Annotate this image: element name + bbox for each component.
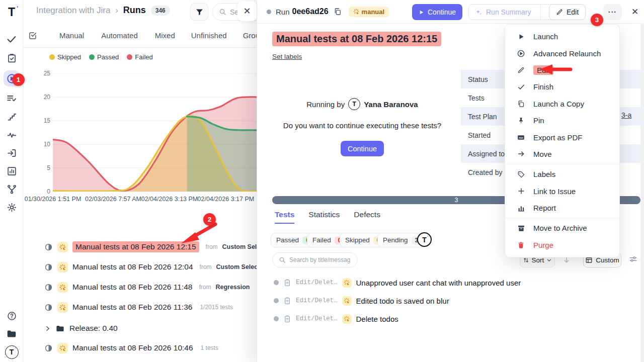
- test-list-item[interactable]: Edit/Delet… Unapproved user cant chat wi…: [274, 276, 521, 290]
- run-list-item[interactable]: Manual tests at 08 Feb 2026 12:15 from C…: [23, 239, 257, 255]
- test-title: Delete todos: [356, 315, 398, 323]
- y-tick-label: 10: [44, 141, 50, 148]
- test-list-item[interactable]: Edit/Delet… Delete todos: [274, 312, 398, 326]
- sidebar-item-analytics[interactable]: [4, 163, 20, 179]
- menu-item-finish[interactable]: Finish: [505, 78, 619, 95]
- menu-label: Export as PDF: [533, 133, 583, 142]
- tab-automated[interactable]: Automated: [96, 31, 143, 40]
- run-list-item[interactable]: Manual tests at 08 Feb 2026 12:04 from C…: [23, 259, 257, 275]
- app-logo[interactable]: T': [4, 4, 20, 20]
- test-list-item[interactable]: Edit/Delet… Edited todo is saved on blur: [274, 294, 449, 308]
- run-source: Custom Selection: [216, 263, 257, 270]
- archive-icon: [517, 224, 525, 232]
- clipboard-check-icon: [7, 53, 17, 63]
- tab-manual[interactable]: Manual: [54, 31, 89, 40]
- tab-unfinished[interactable]: Unfinished: [186, 31, 232, 40]
- continue-prompt-button[interactable]: Continue: [341, 141, 384, 156]
- chart-x-axis: 01/30/2026 1:51 PM02/03/2026 7:57 AM02/0…: [53, 196, 257, 206]
- run-filter-tabs: Manual Automated Mixed Unfinished Groups: [23, 24, 257, 48]
- y-tick-label: 5: [47, 164, 50, 171]
- menu-item-labels[interactable]: Labels: [505, 166, 619, 183]
- run-list-item[interactable]: Manual tests at 08 Feb 2026 11:48 from R…: [23, 279, 257, 295]
- test-status-dot: [274, 280, 279, 285]
- tab-mixed[interactable]: Mixed: [150, 31, 180, 40]
- menu-item-move[interactable]: Move: [505, 146, 619, 162]
- run-title: Manual tests at 08 Feb 2026 11:48: [72, 283, 192, 292]
- menu-item-purge[interactable]: Purge: [505, 237, 619, 253]
- panel-scrollbar-track[interactable]: [640, 24, 644, 362]
- menu-item-move-to-archive[interactable]: Move to Archive: [505, 220, 619, 236]
- spark-icon: [59, 264, 66, 270]
- set-labels-link[interactable]: Set labels: [272, 53, 302, 60]
- legend-item-passed[interactable]: Passed: [89, 53, 119, 61]
- menu-item-link-to-issue[interactable]: Link to Issue: [505, 183, 619, 200]
- annotation-step-2: 2: [203, 213, 216, 226]
- trash-icon: [517, 241, 525, 249]
- select-runs-icon-tab[interactable]: [23, 31, 42, 40]
- sidebar-item-milestones[interactable]: [4, 181, 20, 197]
- menu-item-launch[interactable]: Launch: [505, 28, 619, 45]
- sidebar-item-tests[interactable]: [4, 31, 20, 47]
- folder-icon: [6, 328, 17, 339]
- assignee-filter-avatar[interactable]: T': [417, 232, 432, 247]
- edit-button[interactable]: Edit: [549, 4, 586, 20]
- legend-dot-icon: [49, 54, 55, 60]
- legend-label: Passed: [97, 53, 119, 61]
- tab-tests[interactable]: Tests: [275, 210, 294, 224]
- svg-text:PDF: PDF: [519, 136, 523, 139]
- run-group-folder[interactable]: Release: 0.40: [23, 320, 257, 336]
- tab-groups[interactable]: Groups: [238, 31, 257, 40]
- test-suite-path: Edit/Delet…: [296, 315, 338, 322]
- more-actions-button[interactable]: ···: [603, 4, 622, 20]
- run-actions-menu: Launch Advanced Relaunch Edit Finish Lau…: [505, 24, 620, 257]
- run-summary-button[interactable]: Run Summary: [469, 8, 537, 16]
- menu-label: Launch a Copy: [533, 100, 584, 108]
- x-tick-label: 02/04/2026 3:17 PM: [198, 196, 255, 203]
- sidebar-item-suites[interactable]: [4, 90, 20, 107]
- copy-run-id-button[interactable]: [334, 8, 342, 16]
- breadcrumb-project[interactable]: Integration with Jira: [36, 6, 110, 16]
- run-source: Regression: [215, 284, 250, 291]
- menu-divider: [505, 218, 619, 218]
- tests-search-input[interactable]: Search by title/messag: [272, 252, 358, 267]
- run-list-item[interactable]: Manual tests at 08 Feb 2026 10:46 1 test…: [23, 340, 257, 356]
- funnel-icon: [195, 8, 204, 16]
- filter-button[interactable]: [190, 3, 208, 21]
- search-placeholder: Search by title/messag: [289, 256, 350, 263]
- tab-defects[interactable]: Defects: [354, 210, 380, 224]
- sidebar-item-settings[interactable]: [4, 199, 20, 215]
- search-icon: [219, 8, 226, 16]
- sidebar-item-steps[interactable]: [4, 109, 20, 125]
- continue-button[interactable]: Continue: [412, 4, 462, 20]
- spark-icon: [344, 280, 350, 286]
- tab-statistics[interactable]: Statistics: [308, 210, 340, 224]
- manual-run-icon: [57, 302, 68, 313]
- sidebar-item-pulse[interactable]: [4, 127, 20, 143]
- menu-item-export-pdf[interactable]: PDF Export as PDF: [505, 129, 619, 145]
- pin-icon: [517, 117, 525, 124]
- menu-item-launch-a-copy[interactable]: Launch a Copy: [505, 96, 619, 112]
- menu-item-pin[interactable]: Pin: [505, 112, 619, 129]
- sidebar-item-projects[interactable]: [4, 326, 20, 342]
- sliders-icon: [628, 254, 638, 264]
- sidebar-item-help[interactable]: [4, 308, 20, 324]
- run-detail-title: Manual tests at 08 Feb 2026 12:15: [272, 32, 441, 46]
- test-plan-link[interactable]: 3-a: [621, 111, 631, 119]
- chip-label: Pending: [383, 236, 408, 244]
- sidebar-item-test-plans[interactable]: [4, 50, 20, 66]
- drawer-edge-close-button[interactable]: ✕: [237, 1, 257, 21]
- legend-item-skipped[interactable]: Skipped: [49, 53, 81, 61]
- menu-item-report[interactable]: Report: [505, 200, 619, 216]
- close-icon: ✕: [243, 6, 251, 17]
- run-title: Manual tests at 08 Feb 2026 10:46: [72, 343, 193, 352]
- run-list-item[interactable]: Manual tests at 08 Feb 2026 11:36 1/2015…: [23, 299, 257, 315]
- run-meta: 1 tests: [201, 344, 218, 351]
- run-progress-pie-icon: [44, 263, 53, 272]
- menu-item-advanced-relaunch[interactable]: Advanced Relaunch: [505, 45, 619, 61]
- legend-item-failed[interactable]: Failed: [127, 53, 152, 61]
- sidebar-item-account[interactable]: T': [4, 344, 20, 360]
- panel-close-button[interactable]: ✕: [631, 7, 638, 17]
- sidebar-item-import[interactable]: [4, 145, 20, 161]
- breadcrumb: Integration with Jira › Runs 346: [36, 5, 170, 16]
- columns-settings-button[interactable]: [628, 254, 638, 264]
